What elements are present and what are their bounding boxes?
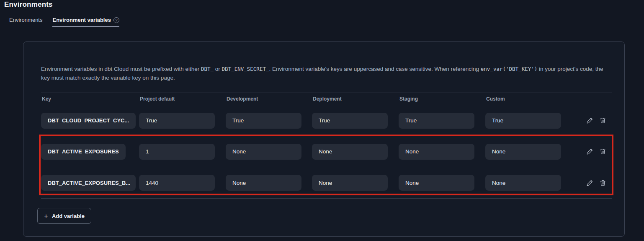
- plus-icon: +: [44, 212, 48, 220]
- value-pill-custom: None: [485, 175, 561, 191]
- help-icon[interactable]: ?: [113, 17, 119, 23]
- value-pill-staging: None: [399, 144, 474, 160]
- value-pill-project-default: True: [139, 113, 215, 129]
- edit-pencil-icon[interactable]: [586, 117, 593, 124]
- value-pill-custom: None: [485, 144, 561, 160]
- variables-table: Key Project default Development Deployme…: [41, 93, 612, 199]
- edit-pencil-icon[interactable]: [586, 179, 593, 187]
- edit-pencil-icon[interactable]: [586, 148, 593, 155]
- tab-environments[interactable]: Environments: [9, 17, 42, 26]
- description-text: Environment variables in dbt Cloud must …: [41, 65, 613, 82]
- variable-key-pill: DBT_CLOUD_PROJECT_CYC...: [41, 113, 136, 129]
- table-row: DBT_ACTIVE_EXPOSURES 1 None None None No…: [41, 136, 612, 167]
- column-header-staging: Staging: [399, 96, 485, 102]
- tab-environment-variables[interactable]: Environment variables ?: [52, 17, 119, 27]
- value-pill-staging: True: [399, 113, 474, 129]
- delete-trash-icon[interactable]: [599, 117, 606, 124]
- add-variable-button[interactable]: + Add variable: [37, 208, 91, 224]
- delete-trash-icon[interactable]: [599, 148, 606, 155]
- value-pill-deployment: None: [312, 144, 388, 160]
- value-pill-project-default: 1440: [139, 175, 215, 191]
- table-header-row: Key Project default Development Deployme…: [41, 93, 612, 105]
- value-pill-development: True: [226, 113, 301, 129]
- variable-key-pill: DBT_ACTIVE_EXPOSURES: [41, 144, 126, 160]
- column-header-deployment: Deployment: [312, 96, 399, 102]
- column-header-development: Development: [226, 96, 312, 102]
- tab-bar: Environments Environment variables ?: [9, 17, 119, 27]
- tab-environments-label: Environments: [9, 17, 42, 23]
- variable-key-pill: DBT_ACTIVE_EXPOSURES_B...: [41, 175, 136, 191]
- table-row: DBT_ACTIVE_EXPOSURES_B... 1440 None None…: [41, 167, 612, 199]
- value-pill-staging: None: [399, 175, 474, 191]
- value-pill-development: None: [226, 144, 301, 160]
- value-pill-development: None: [226, 175, 301, 191]
- value-pill-deployment: None: [312, 175, 388, 191]
- column-header-key: Key: [41, 96, 139, 102]
- tab-environment-variables-label: Environment variables: [52, 17, 111, 23]
- page-title: Environments: [4, 0, 53, 9]
- add-variable-label: Add variable: [52, 213, 85, 219]
- column-header-project-default: Project default: [139, 96, 226, 102]
- column-header-actions: [568, 93, 612, 105]
- value-pill-deployment: True: [312, 113, 388, 129]
- value-pill-custom: True: [485, 113, 561, 129]
- value-pill-project-default: 1: [139, 144, 215, 160]
- column-header-custom: Custom: [485, 96, 568, 102]
- table-row: DBT_CLOUD_PROJECT_CYC... True True True …: [41, 105, 612, 136]
- delete-trash-icon[interactable]: [599, 179, 606, 187]
- environment-variables-card: Environment variables in dbt Cloud must …: [23, 41, 625, 237]
